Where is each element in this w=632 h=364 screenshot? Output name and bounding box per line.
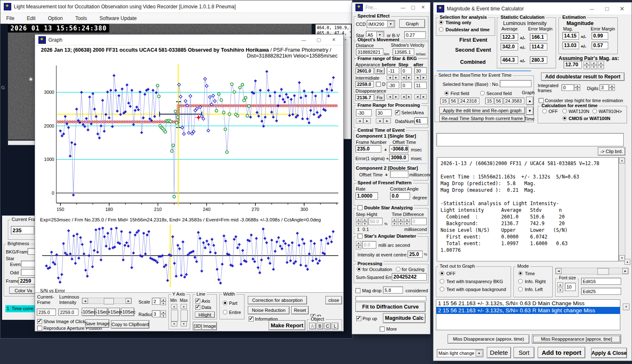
timing-only-radio[interactable] <box>439 20 443 25</box>
second-event-error-field[interactable]: 114.2 <box>530 43 547 50</box>
intermediate-d-checkbox[interactable] <box>376 82 381 87</box>
radius-field[interactable]: 3 <box>152 310 160 317</box>
even-field[interactable] <box>21 261 35 267</box>
object-c-button[interactable]: C <box>324 323 331 329</box>
spin-up-icon[interactable] <box>609 84 615 88</box>
appearance-field[interactable]: 2601.0 <box>355 68 374 74</box>
spin-up-icon[interactable] <box>574 84 580 88</box>
ymin-spin-down-icon[interactable] <box>171 321 177 326</box>
spin-up-icon[interactable] <box>398 218 403 222</box>
graph-current-frame-field[interactable]: 235.0 <box>37 309 56 316</box>
spin-down-icon[interactable] <box>574 88 580 91</box>
line-data-checkbox[interactable] <box>195 305 200 310</box>
spin-up-icon[interactable] <box>584 61 590 65</box>
luminous-intensity-field[interactable]: 2259.0 <box>58 309 78 316</box>
spin-down-icon[interactable] <box>584 65 590 69</box>
fit-diffraction-button[interactable]: Fit to Diffraction Curve <box>355 302 426 312</box>
first-event-average-field[interactable]: 122.3 <box>501 33 518 41</box>
wat120n-radio[interactable] <box>562 109 567 113</box>
object-l-button[interactable]: L <box>332 323 338 329</box>
object-b-button[interactable]: B <box>317 323 323 329</box>
fresnel-titlebar[interactable]: Fre... — ▢ ✕ <box>352 3 430 13</box>
spin-left-icon[interactable] <box>401 75 406 80</box>
spectral-graph-button[interactable]: Graph <box>399 19 425 28</box>
spin-right-icon[interactable] <box>406 75 412 80</box>
scroll-down-icon[interactable] <box>623 304 629 310</box>
maximize-icon[interactable]: ▢ <box>601 6 613 11</box>
correction-absorption-button[interactable]: Correction for absorption <box>248 296 307 304</box>
integrated-frames-field[interactable]: 0 <box>561 84 574 91</box>
radius-spin-up-icon[interactable] <box>161 310 166 314</box>
text-out-off-radio[interactable] <box>440 271 444 276</box>
wat910h-radio[interactable] <box>592 109 597 113</box>
width-entire-radio[interactable] <box>223 310 227 314</box>
spin-up-icon[interactable] <box>362 218 368 222</box>
magnitude-2-error-field[interactable]: 0.57 <box>592 42 608 49</box>
mode-time-radio[interactable] <box>518 271 523 276</box>
magnitude-1-field[interactable]: 14.15 <box>562 32 579 40</box>
before-field-2[interactable]: -30 <box>387 82 399 89</box>
spin-left-icon[interactable] <box>401 94 406 99</box>
for-grazing-radio[interactable] <box>396 267 400 271</box>
information-checkbox[interactable] <box>249 316 254 321</box>
combined-average-field[interactable]: 464.3 <box>501 56 518 64</box>
clip-board-button[interactable]: -> Clip brd. <box>598 147 625 156</box>
mode-info-right-radio[interactable] <box>518 279 523 284</box>
plus-10sec-button[interactable]: +10Sec <box>121 308 134 316</box>
close-icon[interactable]: ✕ <box>419 5 427 10</box>
font-size-field[interactable]: 10 <box>565 283 576 291</box>
time-difference-field[interactable]: 0 <box>411 218 427 225</box>
object-a-button[interactable]: A <box>309 323 316 329</box>
selectarea-checkbox[interactable] <box>395 110 400 115</box>
time2-min-field[interactable]: 56 <box>494 98 503 104</box>
miss-disappearance-button[interactable]: Miss Disappearance (approx. time) <box>448 334 529 344</box>
sum-squared-error-field[interactable]: 20425242 <box>392 273 427 281</box>
reread-timestamp-button[interactable]: Re-read Time Stamp from current frame <box>439 115 525 122</box>
edit16-field[interactable]: Edit16 <box>581 278 621 285</box>
color-value-button[interactable]: Color Va <box>9 287 35 294</box>
scale-spin-up-icon[interactable] <box>161 298 166 301</box>
spin-down-icon[interactable] <box>591 65 597 69</box>
minimize-icon[interactable]: — <box>586 6 598 11</box>
spin-left-icon[interactable] <box>376 118 383 123</box>
before-field-1[interactable]: -11 <box>387 67 399 74</box>
processing-from-field[interactable]: -30 <box>356 109 372 116</box>
assuming-pair-field[interactable]: 12.70 <box>564 61 582 68</box>
step-field-1[interactable]: 0 <box>401 67 412 74</box>
graph-titlebar[interactable]: Graph — ▢ ✕ <box>35 35 343 45</box>
report-text-area[interactable]: 2026-1-13 / (60638)2000 FF31 / UCAC4 581… <box>437 157 619 261</box>
graph-down-button[interactable]: ▼ <box>526 107 534 115</box>
scroll-left-icon[interactable] <box>556 268 561 274</box>
line-axis-checkbox[interactable] <box>195 299 200 304</box>
report-scrollbar[interactable] <box>619 157 625 261</box>
magnitude-calc-button[interactable]: Magnitude Calc <box>383 313 426 323</box>
double-star-checkbox[interactable] <box>358 205 363 210</box>
close-icon[interactable]: ✕ <box>327 37 340 43</box>
magnitude-2-field[interactable]: 13.03 <box>562 42 579 49</box>
spin-up-icon[interactable] <box>404 218 410 222</box>
scroll-right-icon[interactable] <box>126 298 131 304</box>
ccd-dropdown[interactable]: IMX290 <box>367 20 395 28</box>
spin-right-icon[interactable] <box>406 94 412 99</box>
step-field-2[interactable]: 0 <box>401 82 412 89</box>
contact-angle-field[interactable]: 0.0 <box>390 192 410 200</box>
scroll-left-icon[interactable] <box>82 298 88 304</box>
after-field-2[interactable]: 11 <box>414 82 427 89</box>
apply-edit-time-button[interactable]: Apply the edit time and Re-open graph <box>439 107 525 114</box>
graph-up-button[interactable]: ▲ <box>526 97 534 105</box>
time1-sec-field[interactable]: 24.2318 <box>458 98 479 104</box>
digits-field[interactable]: 3 <box>599 84 609 91</box>
radius-spin-down-icon[interactable] <box>161 314 166 318</box>
first-field-radio[interactable] <box>444 91 449 95</box>
menu-edit[interactable]: Edit <box>27 15 35 21</box>
spin-up-icon[interactable] <box>557 282 563 287</box>
mag-drop-checkbox[interactable] <box>355 288 360 293</box>
mode-info-left-radio[interactable] <box>518 287 523 291</box>
ymax-spin-down-icon[interactable] <box>181 321 187 326</box>
apply-close-button[interactable]: Apply & Close <box>591 348 627 358</box>
spin-up-icon[interactable] <box>356 218 361 222</box>
scroll-down-icon[interactable] <box>619 255 625 261</box>
dropdown-icon[interactable] <box>476 350 483 356</box>
angular-diameter-checkbox[interactable] <box>358 233 363 238</box>
popup-checkbox[interactable] <box>356 316 361 321</box>
